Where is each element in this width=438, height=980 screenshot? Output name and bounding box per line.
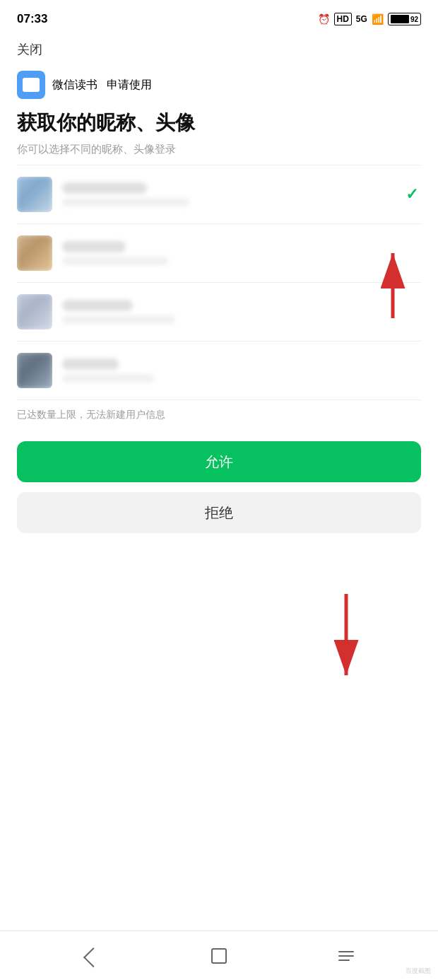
user-list: ✓ [17,165,421,400]
user-name [62,300,133,311]
signal-icon: 📶 [372,13,384,25]
user-name [62,358,119,370]
reject-button[interactable]: 拒绝 [17,492,421,533]
avatar [17,353,52,388]
status-time: 07:33 [17,12,47,26]
app-header: 微信读书 申请使用 [0,65,438,102]
battery-icon: 92 [388,13,421,25]
list-item[interactable] [17,283,421,342]
app-name: 微信读书 申请使用 [52,78,152,93]
main-title: 获取你的昵称、头像 [0,102,438,139]
selected-checkmark: ✓ [406,185,418,204]
user-info [52,182,406,206]
home-icon [211,948,227,964]
user-desc [62,257,168,265]
close-button[interactable]: 关闭 [17,41,42,58]
list-item[interactable]: ✓ [17,165,421,224]
close-row: 关闭 [0,34,438,65]
bottom-nav: 百度截图 [0,931,438,980]
avatar [17,294,52,329]
user-info [52,241,421,265]
list-item[interactable] [17,342,421,400]
buttons-section: 允许 拒绝 [0,427,438,542]
avatar [17,177,52,212]
avatar [17,235,52,271]
fiveg-label: 5G [356,14,367,24]
app-icon [17,71,45,99]
subtitle: 你可以选择不同的昵称、头像登录 [0,139,438,165]
user-info [52,358,421,383]
user-desc [62,374,154,383]
user-name [62,241,126,252]
nav-back-button[interactable] [71,942,113,970]
back-icon [83,947,103,967]
app-name-text: 微信读书 [52,78,97,91]
watermark: 百度截图 [406,967,431,976]
menu-icon [338,951,354,961]
status-bar: 07:33 ⏰ HD 5G 📶 92 [0,0,438,34]
request-text: 申请使用 [107,78,152,91]
user-info [52,300,421,324]
status-icons: ⏰ HD 5G 📶 92 [318,13,421,25]
limit-notice: 已达数量上限，无法新建用户信息 [0,400,438,427]
user-desc [62,315,175,324]
app-icon-inner [23,78,40,92]
allow-button[interactable]: 允许 [17,441,421,482]
list-item[interactable] [17,224,421,283]
hd-label: HD [334,13,352,25]
nav-home-button[interactable] [198,942,240,970]
nav-menu-button[interactable] [325,942,367,970]
user-desc [62,198,189,206]
alarm-icon: ⏰ [318,13,330,25]
user-name [62,182,147,194]
